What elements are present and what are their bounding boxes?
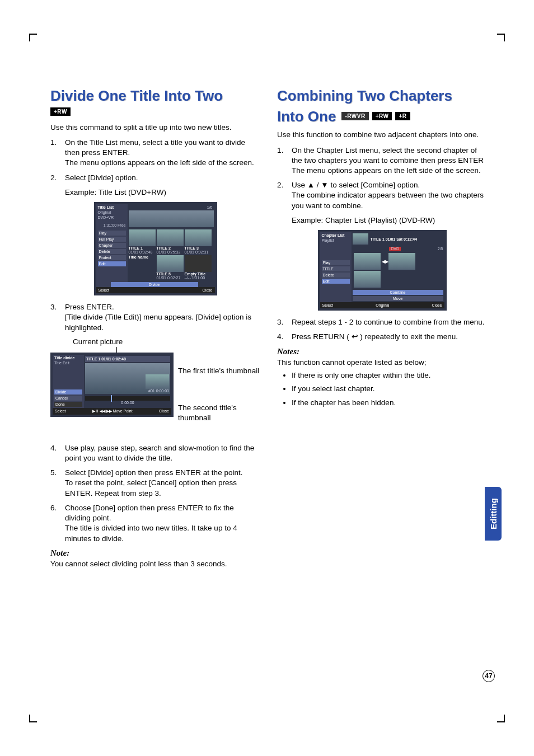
pointer-line [116,347,260,353]
figr-pager: 2/5 [438,247,443,251]
step-l1-text: On the Title List menu, select a title y… [65,138,245,157]
steps-right-b: Repeat steps 1 - 2 to continue to combin… [277,317,487,342]
notes-heading-right: Notes: [277,347,487,356]
steps-right: On the Chapter List menu, select the sec… [277,145,487,211]
note-item-3: If the chapter has been hidden. [292,398,487,408]
figure-title-divide: Title divide Title Edit Divide Cancel Do… [50,353,174,417]
note-heading-left: Note: [50,548,260,558]
step-l3-text: Press ENTER. [65,303,114,311]
fig1-tile-6-thumb [185,255,212,272]
fig1-menu-chapter: Chapter [98,243,126,248]
fig1-menu-fullplay: Full Play [98,237,126,242]
badge-plus-rw: +RW [50,107,71,116]
heading-divide: Divide One Title Into Two [50,87,260,105]
fig2-bar-mid: ▶ II ◀◀ ▶▶ Move Point [92,409,133,414]
fig2-menu-cancel: Cancel [54,396,82,401]
figr-head-thumb [353,233,368,245]
fig1-tile-4-name: TITLE 5 [157,272,184,276]
page-number: 47 [483,670,495,682]
figr-menu-title: TITLE [322,266,350,271]
figr-subtitle: Playlist [322,238,350,242]
step-l5: Select [Divide] option then press ENTER … [50,468,260,499]
fig1-tile-6-name: Empty Title [185,272,212,276]
fig1-title: Title List [98,205,126,209]
step-l3: Press ENTER. [Title divide (Title Edit)]… [50,302,260,333]
page-content: Divide One Title Into Two +RW Use this c… [50,87,487,574]
fig1-tile-5-name: Title Name [129,255,156,259]
step-r2: Use ▲ / ▼ to select [Combine] option. Th… [277,180,487,211]
crop-mark-bl [29,715,37,722]
figr-badge-dvd: DVD [389,247,401,251]
step-l4: Use play, pause step, search and slow-mo… [50,443,260,463]
step-l1-sub: The menu options appears on the left sid… [65,158,254,167]
fig1-tile-2-name: TITLE 2 [157,246,184,250]
figr-ch-thumb-1 [354,253,381,270]
fig1-tile-1-date: 01/01 [129,250,139,254]
fig2-menu-done: Done [54,402,82,407]
fig2-bar-close: Close [159,409,169,414]
figr-menu-play: Play [322,260,350,265]
fig1-tile-2-date: 01/01 [157,250,167,254]
heading-combine-l2: Into One [277,107,336,126]
fig1-tile-1-thumb [129,229,156,246]
step-l6-text: Choose [Done] option then press ENTER to… [65,504,234,522]
steps-left-c: Use play, pause step, search and slow-mo… [50,443,260,544]
caption-first-thumb: The first title's thumbnail [178,366,260,376]
fig1-tile-2-thumb [157,229,184,246]
fig1-tile-6-len: 1:31:00 [192,276,205,280]
fig2-info: TITLE 1 01/01 0:02:48 [85,356,170,362]
notes-list: If there is only one chapter within the … [277,370,487,408]
figr-bar-close: Close [432,303,442,307]
crop-mark-br [497,715,505,722]
return-icon: ↩ [352,332,358,342]
badge-row-left: +RW [50,107,260,116]
step-r3: Repeat steps 1 - 2 to continue to combin… [277,317,487,327]
fig1-tile-3-name: TITLE 3 [185,246,212,250]
fig2-timeline: 0:00:00 [85,401,170,405]
intro-right: Use this function to combine two adjacen… [277,130,487,140]
crop-mark-tl [29,34,37,41]
badge-plus-rw-r: +RW [372,112,392,120]
step-l1: On the Title List menu, select a title y… [50,138,260,168]
note-item-2: If you select last chapter. [292,384,487,394]
caption-current-picture: Current picture [73,337,260,346]
figure-title-list: Title List Original DVD+VR 1:31:00 Free … [94,202,217,295]
fig2-preview: #01 0:00:00 [85,363,170,394]
fig1-capacity: 1:31:00 Free [98,223,126,227]
note-item-1: If there is only one chapter within the … [292,370,487,381]
fig2-subtitle: Title Edit [54,361,82,365]
side-tab-editting: Editting [485,487,502,541]
step-l2: Select [Divide] option. [50,173,260,183]
figr-ch-thumb-2 [388,253,415,270]
step-l5-sub: To reset the point, select [Cancel] opti… [65,478,237,497]
step-l5-text: Select [Divide] option then press ENTER … [65,468,242,477]
fig1-format: DVD+VR [98,215,126,219]
fig2-mini-label: #01 0:00:00 [146,389,169,393]
step-r2-example: Example: Chapter List (Playlist) (DVD-RW… [277,215,487,226]
figr-title: Chapter List [322,233,350,237]
fig1-menu-edit: Edit [98,261,126,266]
fig1-tile-4-date: 01/01 [157,276,167,280]
step-r4: Press RETURN ( ↩ ) repeatedly to exit th… [277,332,487,342]
fig1-tile-1-name: TITLE 1 [129,246,156,250]
fig1-tile-2-len: 0:25:32 [167,250,180,254]
fig2-title: Title divide [54,356,82,360]
fig1-tile-6-date: --/-- [185,276,191,280]
step-l3-sub: [Title divide (Title Edit)] menu appears… [65,313,251,331]
steps-left: On the Title List menu, select a title y… [50,138,260,183]
figr-ch-thumb-3 [354,271,381,288]
intro-left: Use this command to split a title up int… [50,123,260,133]
step-r1: On the Chapter List menu, select the sec… [277,145,487,176]
fig1-menu-delete: Delete [98,249,126,254]
fig1-tile-3-thumb [185,229,212,246]
step-r2-sub: The combine indicator appears between th… [292,191,484,209]
badge-rwvr: -RWVR [341,112,368,120]
fig1-tile-1-len: 0:02:48 [139,250,152,254]
figr-bar-mid: Original [376,303,389,307]
steps-left-b: Press ENTER. [Title divide (Title Edit)]… [50,302,260,333]
badge-plus-r: +R [395,112,410,120]
step-l2-example: Example: Title List (DVD+RW) [50,187,260,198]
fig1-mode: Original [98,210,126,214]
fig1-menu-protect: Protect [98,255,126,260]
figure-2-wrap: Title divide Title Edit Divide Cancel Do… [50,353,260,436]
